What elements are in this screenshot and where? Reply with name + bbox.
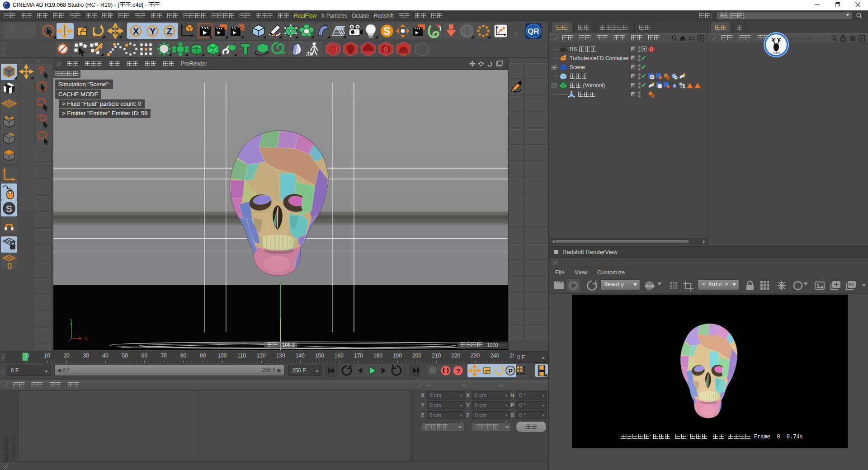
svg-text:?: ? xyxy=(38,65,44,76)
svg-text:X: X xyxy=(85,336,88,341)
svg-text:RGB: RGB xyxy=(646,284,655,288)
svg-text:B: B xyxy=(434,26,437,31)
svg-text:0: 0 xyxy=(514,30,518,39)
svg-text:行鹿志: 行鹿志 xyxy=(773,52,781,54)
svg-text:.fx: .fx xyxy=(306,50,313,56)
svg-text:(): () xyxy=(7,262,12,269)
svg-text:QR: QR xyxy=(528,27,539,36)
svg-text:PV: PV xyxy=(849,282,854,287)
svg-text:Z: Z xyxy=(167,26,172,36)
svg-text:?: ? xyxy=(456,367,460,375)
svg-text:S: S xyxy=(6,203,12,214)
svg-text:X: X xyxy=(133,26,139,36)
svg-text:Y: Y xyxy=(70,318,73,323)
svg-text:S: S xyxy=(383,25,390,37)
svg-text:Y: Y xyxy=(150,26,156,36)
svg-text:P: P xyxy=(509,367,513,375)
